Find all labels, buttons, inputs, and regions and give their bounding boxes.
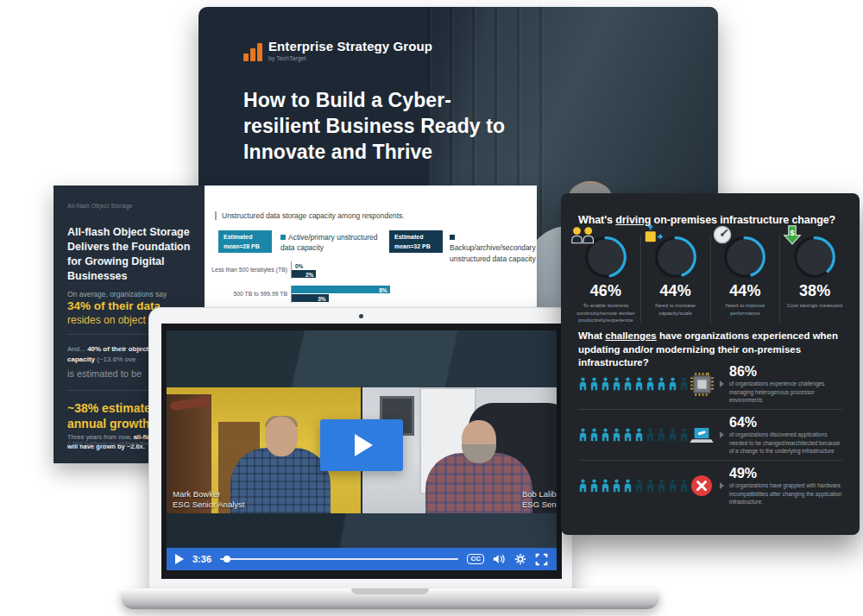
person-icon [646, 377, 655, 391]
processor-chip-icon [689, 373, 715, 396]
driver-caption: Cost savings measures [783, 302, 847, 310]
volume-icon[interactable] [493, 554, 506, 564]
laptop-screen: Mark BowkerESG Senior Analyst Bob Lalibe… [148, 307, 573, 588]
infographic-panel: What's driving on-premises infrastructur… [561, 193, 860, 535]
brand-subtitle: by TechTarget [268, 55, 432, 61]
legend-item-secondary: Backup/archive/secondary unstructured da… [450, 232, 543, 264]
speaker-right [425, 417, 532, 513]
person-icon [589, 479, 599, 493]
video-backdrop-bottom [167, 513, 557, 548]
driver-percent: 46% [574, 282, 638, 300]
settings-gear-icon[interactable] [514, 553, 526, 565]
cost-savings-icon: $ [783, 224, 802, 245]
chart-legend: Estimated mean=28 PB Active/primary unst… [218, 230, 529, 261]
person-icon [679, 428, 689, 442]
person-icon [646, 479, 655, 493]
person-icon [634, 479, 644, 493]
person-icon [612, 479, 621, 493]
person-icon [601, 377, 610, 391]
chart-row: Less than 500 terabytes (TB) 0%2% [205, 261, 532, 282]
challenge-percent: 86% [729, 364, 842, 380]
challenge-row: 86% of organizations experience challeng… [578, 359, 842, 409]
category-label: Less than 500 terabytes (TB) [205, 267, 287, 273]
person-icon [657, 377, 666, 391]
pointer-arrow-icon [720, 380, 724, 387]
speaker-left [230, 413, 331, 513]
person-pictogram-row [578, 479, 689, 493]
challenge-row: 64% of organizations discovered applicat… [578, 409, 842, 460]
report-title: All-flash Object Storage Delivers the Fo… [67, 225, 197, 284]
person-icon [646, 428, 655, 442]
people-icon [570, 225, 596, 244]
esg-logo: Enterprise Strategy Group by TechTarget [243, 40, 432, 61]
stat1-intro: On average, organizations say [67, 290, 197, 299]
challenge-row: 49% of organizations have grappled with … [578, 460, 842, 511]
person-icon [589, 428, 599, 442]
chart-title: Unstructured data storage capacity among… [215, 211, 405, 220]
driver-percent: 44% [714, 282, 778, 300]
person-icon [623, 479, 633, 493]
estimated-mean-badge-secondary: Estimated mean=32 PB [389, 230, 443, 253]
progress-handle[interactable] [224, 556, 230, 563]
play-button-overlay[interactable] [320, 419, 403, 471]
person-icon [668, 377, 677, 391]
person-icon [578, 428, 588, 442]
webcam-dot [359, 314, 363, 318]
person-icon [657, 479, 666, 493]
gauge-icon [713, 225, 733, 245]
chart-row: 500 TB to 999.99 TB 8%3% [205, 286, 532, 306]
driver-percent: 44% [644, 282, 708, 300]
person-icon [623, 428, 633, 442]
person-icon [668, 479, 677, 493]
person-icon [634, 428, 644, 442]
speaker-right-name: Bob LaliberteESG Senior Analyst [522, 489, 557, 509]
svg-text:$: $ [791, 229, 796, 237]
pointer-arrow-icon [720, 482, 724, 489]
speaker-left-name: Mark BowkerESG Senior Analyst [173, 489, 244, 509]
person-icon [601, 479, 610, 493]
person-icon [578, 377, 588, 391]
brand-name: Enterprise Strategy Group [268, 40, 432, 53]
capacity-icon [643, 224, 664, 245]
driver-caption: Need to increase capacity/scale [644, 302, 708, 317]
report-eyebrow: All-flash Object Storage [67, 203, 197, 209]
person-icon [668, 428, 677, 442]
driver-item: 46% To enable business continuity/remote… [571, 235, 640, 323]
collage-canvas: Enterprise Strategy Group by TechTarget … [0, 0, 863, 616]
person-icon [657, 428, 666, 442]
bar-primary: 0% [292, 261, 293, 269]
progress-bar[interactable] [220, 554, 458, 564]
challenge-caption: of organizations have grappled with hard… [729, 481, 842, 506]
driver-caption: Need to improve performance [714, 302, 778, 317]
video-control-bar: 3:36 CC [167, 548, 557, 570]
video-time: 3:36 [192, 554, 211, 564]
driver-percent: 38% [783, 282, 847, 300]
person-icon [679, 479, 689, 493]
legend-swatch [450, 235, 455, 240]
closed-captions-button[interactable]: CC [467, 554, 484, 565]
video-player: Mark BowkerESG Senior Analyst Bob Lalibe… [167, 330, 557, 570]
play-icon[interactable] [175, 554, 184, 564]
person-pictogram-row [578, 377, 689, 391]
person-icon [589, 377, 599, 391]
person-icon [612, 428, 621, 442]
challenge-percent: 64% [729, 415, 842, 431]
person-icon [601, 428, 610, 442]
estimated-mean-badge-primary: Estimated mean=28 PB [218, 230, 272, 253]
legend-swatch [280, 235, 286, 240]
challenge-percent: 49% [729, 466, 842, 481]
pointer-arrow-icon [720, 431, 724, 438]
person-icon [634, 377, 644, 391]
challenges-list: 86% of organizations experience challeng… [578, 359, 842, 511]
person-pictogram-row [578, 428, 689, 442]
driver-item: 44% Need to improve performance [710, 235, 780, 323]
bar-secondary: 3% [292, 294, 329, 302]
driver-caption: To enable business continuity/remote wor… [574, 302, 638, 324]
fullscreen-icon[interactable] [535, 553, 548, 566]
bar-chart-logo-icon [243, 43, 262, 61]
laptop-base [121, 588, 659, 609]
drivers-row: 46% To enable business continuity/remote… [571, 235, 849, 323]
driver-item: $ 38% Cost savings measures [779, 235, 849, 323]
screen-bezel: Mark BowkerESG Senior Analyst Bob Lalibe… [161, 324, 562, 579]
challenge-caption: of organizations discovered applications… [729, 431, 842, 455]
